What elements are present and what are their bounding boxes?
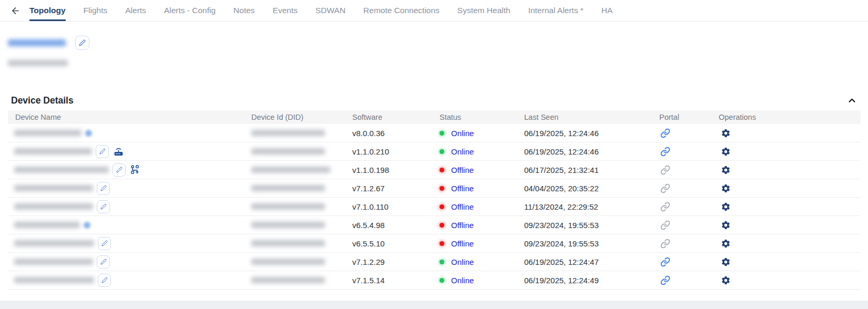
- status-link[interactable]: Online: [451, 258, 474, 266]
- gear-icon[interactable]: [721, 257, 731, 267]
- device-id-redacted: [251, 167, 330, 173]
- portal-cell: [656, 183, 716, 193]
- portal-cell: [656, 220, 716, 230]
- status-link[interactable]: Offline: [451, 239, 474, 248]
- software-cell: v6.5.4.98: [349, 221, 436, 230]
- operations-cell: [716, 220, 861, 230]
- device-id-redacted: [251, 240, 325, 246]
- portal-cell: [656, 202, 716, 212]
- arrow-left-icon: [11, 6, 21, 16]
- tab-notes[interactable]: Notes: [233, 0, 255, 21]
- device-id-redacted: [251, 185, 325, 191]
- status-link[interactable]: Offline: [451, 202, 474, 211]
- pencil-icon: [100, 185, 107, 191]
- software-cell: v1.1.0.210: [349, 147, 436, 156]
- pencil-icon: [99, 148, 106, 154]
- router-icon: [113, 146, 125, 157]
- status-link[interactable]: Online: [451, 147, 474, 156]
- column-header: Operations: [716, 113, 861, 121]
- tab-alerts-config[interactable]: Alerts - Config: [164, 0, 216, 21]
- tab-internal-alerts[interactable]: Internal Alerts *: [528, 0, 584, 21]
- link-icon[interactable]: [660, 275, 670, 285]
- device-id-cell: [248, 148, 349, 154]
- software-cell: v7.1.0.110: [349, 202, 436, 211]
- status-link[interactable]: Offline: [451, 184, 474, 193]
- operations-cell: [716, 257, 861, 267]
- gear-icon[interactable]: [721, 183, 731, 193]
- portal-cell: [656, 239, 716, 249]
- table-row: v7.1.5.14 Online 06/19/2025, 12:24:49: [8, 271, 861, 290]
- software-cell: v7.1.2.67: [349, 184, 436, 193]
- status-cell: Online: [436, 129, 521, 138]
- gear-icon[interactable]: [721, 202, 731, 212]
- device-name-redacted: [14, 130, 81, 136]
- portal-cell: [656, 128, 716, 138]
- device-edit-button[interactable]: [113, 163, 126, 177]
- status-dot: [440, 168, 444, 172]
- status-cell: Online: [436, 276, 521, 285]
- device-edit-button[interactable]: [96, 145, 109, 158]
- operations-cell: [716, 239, 861, 249]
- gear-icon[interactable]: [721, 239, 731, 249]
- gear-icon[interactable]: [721, 165, 731, 175]
- last-seen-cell: 06/19/2025, 12:24:46: [521, 147, 656, 156]
- operations-cell: [716, 165, 861, 175]
- gear-icon[interactable]: [721, 147, 731, 157]
- device-name-cell: [8, 274, 248, 287]
- collapse-section-button[interactable]: [847, 96, 856, 105]
- tab-topology[interactable]: Topology: [29, 0, 66, 21]
- software-cell: v7.1.5.14: [349, 276, 436, 285]
- status-dot: [440, 260, 444, 264]
- device-name-cell: [8, 222, 248, 229]
- pencil-icon: [100, 259, 107, 265]
- tab-ha[interactable]: HA: [601, 0, 613, 21]
- tab-system-health[interactable]: System Health: [457, 0, 510, 21]
- gear-icon[interactable]: [721, 220, 731, 230]
- site-name-link-redacted[interactable]: [8, 39, 66, 46]
- operations-cell: [716, 202, 861, 212]
- device-id-cell: [248, 167, 349, 173]
- software-cell: v6.5.5.10: [349, 239, 436, 248]
- device-edit-button[interactable]: [97, 200, 110, 213]
- table-row: v1.1.0.210 Online 06/19/2025, 12:24:46: [8, 142, 861, 161]
- tab-sdwan[interactable]: SDWAN: [315, 0, 345, 21]
- column-header: Device Name: [8, 113, 248, 121]
- tab-remote-connections[interactable]: Remote Connections: [363, 0, 440, 21]
- status-dot: [440, 149, 444, 154]
- status-link[interactable]: Online: [451, 129, 474, 138]
- device-edit-button[interactable]: [98, 237, 111, 250]
- device-name-cell: [8, 163, 248, 177]
- tab-events[interactable]: Events: [273, 0, 298, 21]
- table-row: v7.1.2.29 Online 06/19/2025, 12:24:47: [8, 253, 861, 271]
- device-id-cell: [248, 277, 349, 283]
- table-row: v6.5.4.98 Offline 09/23/2024, 19:55:53: [8, 216, 861, 234]
- device-name-redacted: [14, 259, 93, 265]
- bottom-strip: [0, 301, 868, 309]
- tab-flights[interactable]: Flights: [84, 0, 108, 21]
- status-cell: Online: [436, 147, 521, 156]
- device-id-cell: [248, 222, 349, 228]
- status-dot: [440, 131, 444, 136]
- status-link[interactable]: Online: [451, 276, 474, 285]
- tab-alerts[interactable]: Alerts: [125, 0, 146, 21]
- link-icon[interactable]: [660, 147, 670, 157]
- status-cell: Offline: [436, 221, 521, 230]
- device-name-redacted: [14, 185, 93, 191]
- status-link[interactable]: Offline: [451, 221, 474, 230]
- device-name-redacted: [14, 222, 80, 228]
- status-link[interactable]: Offline: [451, 166, 474, 174]
- link-icon[interactable]: [660, 257, 670, 267]
- device-id-redacted: [251, 203, 325, 210]
- device-edit-button[interactable]: [98, 274, 111, 287]
- device-name-redacted: [14, 148, 92, 154]
- topology-icon: [129, 164, 140, 176]
- gear-icon[interactable]: [721, 128, 731, 138]
- link-icon[interactable]: [660, 128, 670, 138]
- last-seen-cell: 06/19/2025, 12:24:47: [521, 258, 656, 266]
- device-id-redacted: [251, 148, 325, 154]
- gear-icon[interactable]: [721, 275, 731, 285]
- device-edit-button[interactable]: [97, 182, 110, 195]
- back-button[interactable]: [6, 0, 24, 21]
- device-edit-button[interactable]: [97, 255, 110, 269]
- site-edit-button[interactable]: [75, 36, 89, 50]
